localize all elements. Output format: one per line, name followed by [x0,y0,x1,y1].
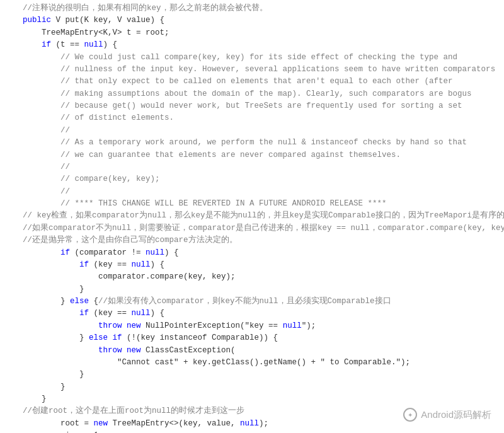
watermark-text: Android源码解析 [421,409,491,421]
code-line: // compare(key, key); [0,173,504,185]
code-line: // that only expect to be called on elem… [0,76,504,88]
code-line: if (comparator != null) { [0,247,504,259]
code-line: //如果comparator不为null，则需要验证，comparator是自己… [0,222,504,234]
code-line: throw new NullPointerException("key == n… [0,320,504,332]
code-line: } [0,381,504,393]
code-line: // key检查，如果comparator为null，那么key是不能为null… [0,210,504,222]
code-line: // [0,125,504,137]
code-block: //注释说的很明白，如果有相同的key，那么之前老的就会被代替。 public … [0,3,504,433]
watermark-icon: ✦ [403,408,417,422]
code-line: // because get() would never work, but T… [0,100,504,112]
code-line: // making assumptions about the domain o… [0,88,504,100]
code-line: // we can guarantee that elements are ne… [0,149,504,161]
code-line: // nullness of the input key. However, s… [0,64,504,76]
code-container: //注释说的很明白，如果有相同的key，那么之前老的就会被代替。 public … [0,0,504,433]
code-line: //注释说的很明白，如果有相同的key，那么之前老的就会被代替。 [0,3,504,14]
code-line: public V put(K key, V value) { [0,14,504,26]
code-line: } else if (!(key instanceof Comparable))… [0,332,504,344]
code-line: "Cannot cast" + key.getClass().getName()… [0,357,504,369]
code-line: // We could just call compare(key, key) … [0,52,504,64]
code-line: if (key == null) { [0,308,504,320]
watermark: ✦ Android源码解析 [403,408,491,422]
code-line: // [0,161,504,173]
code-line: } [0,393,504,405]
code-line: // As a temporary work around, we perfor… [0,137,504,149]
code-line: comparator.compare(key, key); [0,271,504,283]
code-line: if (key == null) { [0,259,504,271]
code-line: // of distinct elements. [0,112,504,124]
code-line: if (t == null) { [0,39,504,51]
code-line: } [0,284,504,296]
code-line: } [0,369,504,381]
code-line: //还是抛异常，这个是由你自己写的compare方法决定的。 [0,234,504,246]
code-line: // [0,186,504,198]
code-line: // **** THIS CHANGE WILL BE REVERTED IN … [0,198,504,210]
code-line: size = 1; [0,430,504,433]
code-line: } else {//如果没有传入comparator，则key不能为null，且… [0,296,504,308]
code-line: TreeMapEntry<K,V> t = root; [0,27,504,39]
code-line: throw new ClassCastException( [0,345,504,357]
